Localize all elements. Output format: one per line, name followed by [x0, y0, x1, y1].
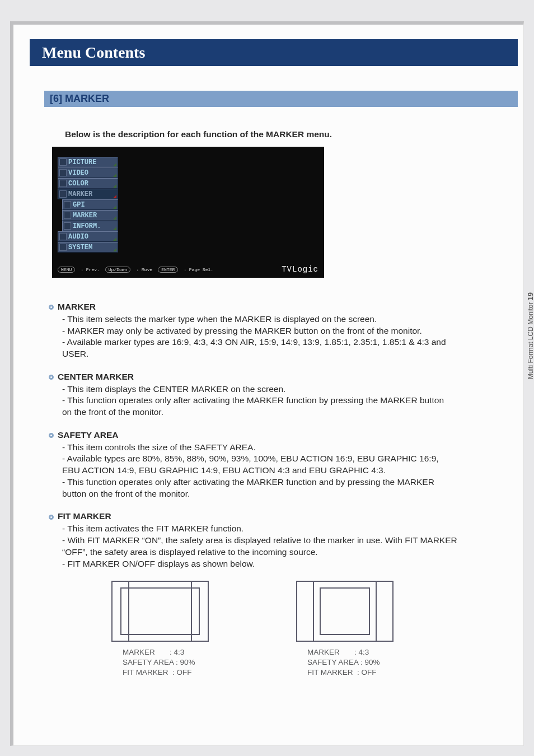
tab-picture: PICTURE: [58, 157, 118, 167]
item-line: - Available marker types are 16:9, 4:3, …: [49, 337, 518, 360]
item-title: SAFETY AREA: [58, 430, 119, 441]
item-safety-area: SAFETY AREA - This item controls the siz…: [49, 430, 518, 500]
item-marker: MARKER - This item selects the marker ty…: [49, 301, 518, 360]
side-label: Multi Format LCD Monitor 19: [526, 292, 534, 379]
enter-hint: ENTER: [158, 267, 178, 273]
safety-area-box: [120, 587, 200, 635]
item-line: - This item displays the CENTER MARKER o…: [49, 384, 518, 395]
marker-left-line: [313, 582, 314, 641]
bullet-icon: [49, 305, 54, 310]
diagram-fit-off: MARKER : 4:3 SAFETY AREA : 90% FIT MARKE…: [111, 581, 209, 678]
item-title: MARKER: [58, 301, 96, 313]
page-number: 19: [526, 292, 534, 300]
item-title: CENTER MARKER: [58, 371, 134, 383]
section-title: [6] MARKER: [50, 93, 109, 105]
item-line: - FIT MARKER ON/OFF displays as shown be…: [49, 558, 518, 570]
triangle-icon: [113, 216, 116, 220]
safety-area-box: [320, 587, 370, 635]
inform-icon: [64, 222, 71, 230]
content-body: MARKER - This item selects the marker ty…: [49, 301, 518, 678]
item-line: - This item controls the size of the SAF…: [49, 442, 518, 454]
menu-screenshot: PICTURE VIDEO COLOR MARKER GPI MARKER IN…: [52, 147, 324, 278]
tab-audio: AUDIO: [58, 231, 118, 242]
item-line: - With FIT MARKER “ON”, the safety area …: [49, 535, 518, 558]
color-icon: [59, 180, 67, 187]
bullet-icon: [49, 433, 54, 438]
triangle-icon: [113, 195, 116, 198]
diagram-caption: MARKER : 4:3 SAFETY AREA : 90% FIT MARKE…: [123, 647, 195, 678]
diagram-caption: MARKER : 4:3 SAFETY AREA : 90% FIT MARKE…: [307, 647, 380, 678]
diagram-box: [111, 581, 209, 642]
brand-logo: TVLogic: [282, 265, 318, 274]
video-icon: [59, 169, 67, 176]
item-line: - This function operates only after acti…: [49, 395, 518, 418]
page-title: Menu Contents: [42, 44, 145, 62]
audio-icon: [59, 233, 67, 240]
triangle-icon: [113, 184, 116, 188]
updown-hint: Up/Down: [105, 267, 131, 273]
tab-marker-selected: MARKER: [58, 189, 118, 199]
tab-video: VIDEO: [58, 167, 118, 178]
triangle-icon: [113, 163, 116, 166]
triangle-icon: [113, 248, 116, 251]
tab-system: SYSTEM: [58, 242, 118, 253]
document-page: Menu Contents [6] MARKER Below is the de…: [10, 21, 524, 746]
item-fit-marker: FIT MARKER - This item activates the FIT…: [49, 511, 518, 570]
item-line: - Available types are 80%, 85%, 88%, 90%…: [49, 453, 518, 477]
marker-right-line: [376, 582, 377, 641]
triangle-icon: [113, 206, 116, 209]
triangle-icon: [113, 227, 116, 230]
diagram-row: MARKER : 4:3 SAFETY AREA : 90% FIT MARKE…: [111, 581, 518, 678]
item-line: - This item selects the marker type when…: [49, 314, 518, 325]
item-line: - This item activates the FIT MARKER fun…: [49, 523, 518, 535]
bullet-icon: [49, 375, 54, 380]
system-icon: [59, 244, 67, 251]
picture-icon: [59, 158, 67, 166]
diagram-fit-on: MARKER : 4:3 SAFETY AREA : 90% FIT MARKE…: [296, 581, 394, 678]
bullet-icon: [49, 515, 54, 520]
item-center-marker: CENTER MARKER - This item displays the C…: [49, 371, 518, 418]
intro-text: Below is the description for each functi…: [65, 129, 332, 139]
triangle-icon: [113, 237, 116, 241]
menu-hint: MENU: [58, 267, 75, 273]
title-bar: Menu Contents: [30, 39, 518, 66]
tab-inform: INFORM.: [62, 221, 118, 231]
item-title: FIT MARKER: [58, 511, 111, 522]
item-line: - MARKER may only be activated by pressi…: [49, 325, 518, 337]
tab-color: COLOR: [58, 178, 118, 189]
section-bar: [6] MARKER: [44, 91, 518, 107]
item-line: - This function operates only after acti…: [49, 477, 518, 500]
gpi-icon: [64, 201, 71, 208]
triangle-icon: [113, 174, 116, 177]
diagram-box: [296, 581, 394, 642]
marker-icon: [59, 190, 67, 198]
menu-footer: MENU: Prev. Up/Down: Move ENTER: Page Se…: [58, 265, 318, 274]
marker-icon: [64, 212, 71, 219]
tab-gpi: GPI: [62, 199, 118, 210]
tab-marker-sub: MARKER: [62, 210, 118, 221]
